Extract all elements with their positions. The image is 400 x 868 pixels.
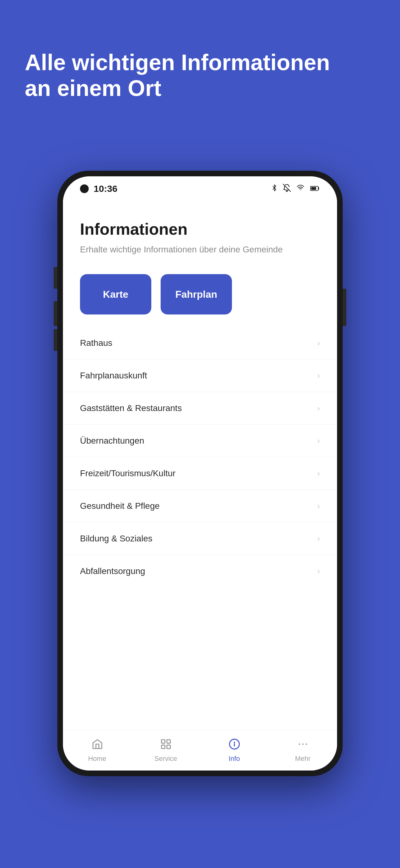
menu-item-bildung[interactable]: Bildung & Soziales › xyxy=(63,523,337,555)
info-icon xyxy=(229,738,240,753)
nav-item-mehr[interactable]: Mehr xyxy=(269,735,337,766)
service-icon xyxy=(160,738,172,753)
mehr-icon xyxy=(297,738,309,753)
app-title: Informationen xyxy=(80,220,320,239)
karte-button[interactable]: Karte xyxy=(80,274,151,314)
headline-line1: Alle wichtigen Informationen xyxy=(25,50,330,75)
bell-off-icon xyxy=(283,183,291,194)
bluetooth-icon xyxy=(271,183,278,195)
quick-actions: Karte Fahrplan xyxy=(63,265,337,327)
svg-rect-7 xyxy=(167,745,170,748)
menu-item-label-freizeit: Freizeit/Tourismus/Kultur xyxy=(80,468,175,478)
status-bar: 10:36 xyxy=(63,176,337,201)
status-icons xyxy=(271,183,320,195)
status-time: 10:36 xyxy=(94,183,118,194)
menu-item-label-fahrplanauskunft: Fahrplanauskunft xyxy=(80,371,147,381)
nav-item-info[interactable]: Info xyxy=(200,735,269,766)
wifi-icon xyxy=(296,184,305,194)
chevron-right-icon-uebernachtungen: › xyxy=(317,436,320,446)
svg-rect-4 xyxy=(161,740,165,743)
menu-item-label-gaststaetten: Gaststätten & Restaurants xyxy=(80,403,182,413)
camera-dot xyxy=(80,184,89,193)
nav-item-service[interactable]: Service xyxy=(131,735,200,766)
home-icon xyxy=(92,738,103,753)
menu-item-label-uebernachtungen: Übernachtungen xyxy=(80,436,144,446)
menu-item-uebernachtungen[interactable]: Übernachtungen › xyxy=(63,425,337,457)
phone-shell: 10:36 xyxy=(57,171,343,776)
menu-item-label-gesundheit: Gesundheit & Pflege xyxy=(80,501,160,511)
chevron-right-icon-bildung: › xyxy=(317,534,320,544)
svg-rect-2 xyxy=(311,187,316,190)
volume-up-button xyxy=(54,267,57,289)
nav-label-mehr: Mehr xyxy=(295,755,310,763)
headline: Alle wichtigen Informationen an einem Or… xyxy=(25,50,375,101)
nav-label-info: Info xyxy=(229,755,240,763)
chevron-right-icon-gaststaetten: › xyxy=(317,403,320,413)
app-subtitle: Erhalte wichtige Informationen über dein… xyxy=(80,243,320,255)
app-content: Informationen Erhalte wichtige Informati… xyxy=(63,201,337,730)
chevron-right-icon-gesundheit: › xyxy=(317,501,320,511)
svg-rect-6 xyxy=(161,745,165,748)
nav-label-home: Home xyxy=(88,755,106,763)
battery-icon xyxy=(310,184,320,194)
bottom-nav: Home Service xyxy=(63,730,337,771)
app-header: Informationen Erhalte wichtige Informati… xyxy=(63,201,337,265)
menu-item-label-abfallentsorgung: Abfallentsorgung xyxy=(80,566,145,576)
svg-point-13 xyxy=(305,744,307,745)
chevron-right-icon-fahrplanauskunft: › xyxy=(317,371,320,381)
phone-mockup: 10:36 xyxy=(57,171,343,776)
headline-line2: an einem Ort xyxy=(25,76,161,101)
chevron-right-icon-rathaus: › xyxy=(317,338,320,348)
page-wrapper: Alle wichtigen Informationen an einem Or… xyxy=(0,0,400,868)
svg-rect-5 xyxy=(167,740,170,743)
phone-screen: 10:36 xyxy=(63,176,337,771)
menu-item-gaststaetten[interactable]: Gaststätten & Restaurants › xyxy=(63,392,337,425)
fahrplan-button[interactable]: Fahrplan xyxy=(161,274,232,314)
chevron-right-icon-abfallentsorgung: › xyxy=(317,566,320,576)
chevron-right-icon-freizeit: › xyxy=(317,468,320,478)
nav-label-service: Service xyxy=(155,755,177,763)
menu-item-abfallentsorgung[interactable]: Abfallentsorgung › xyxy=(63,555,337,587)
svg-point-11 xyxy=(299,744,300,745)
menu-list: Rathaus › Fahrplanauskunft › Gaststätten… xyxy=(63,327,337,730)
status-time-area: 10:36 xyxy=(80,183,118,194)
menu-item-gesundheit[interactable]: Gesundheit & Pflege › xyxy=(63,490,337,523)
menu-item-label-rathaus: Rathaus xyxy=(80,338,112,348)
nav-item-home[interactable]: Home xyxy=(63,735,131,766)
menu-item-fahrplanauskunft[interactable]: Fahrplanauskunft › xyxy=(63,360,337,392)
menu-item-label-bildung: Bildung & Soziales xyxy=(80,534,152,544)
menu-item-rathaus[interactable]: Rathaus › xyxy=(63,327,337,360)
svg-point-12 xyxy=(302,744,304,745)
volume-down-button xyxy=(54,329,57,351)
menu-item-freizeit[interactable]: Freizeit/Tourismus/Kultur › xyxy=(63,457,337,490)
